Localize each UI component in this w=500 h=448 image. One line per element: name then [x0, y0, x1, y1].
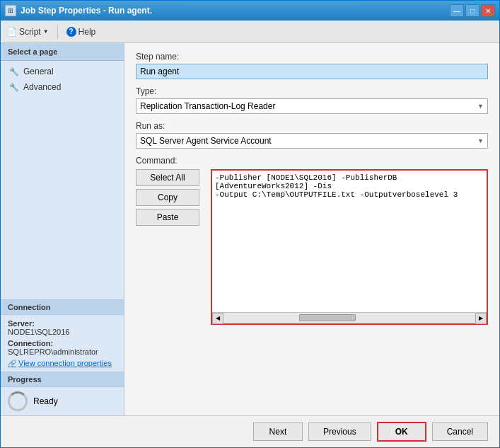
horizontal-scrollbar[interactable]: ◀ ▶ [212, 312, 487, 323]
command-text-container: ◀ ▶ [211, 169, 488, 325]
ok-button[interactable]: OK [377, 422, 426, 442]
general-icon: 🔧 [9, 67, 19, 76]
close-button[interactable]: ✕ [481, 4, 495, 17]
progress-content: Ready [1, 387, 124, 415]
run-as-select[interactable]: SQL Server Agent Service Account [136, 133, 488, 149]
scroll-thumb[interactable] [299, 314, 356, 321]
sidebar-item-advanced-label: Advanced [23, 82, 61, 92]
connection-value: SQLREPRO\administrator [8, 348, 117, 356]
command-row: Select All Copy Paste ◀ ▶ [136, 169, 488, 325]
connection-content: Server: NODE1\SQL2016 Connection: SQLREP… [1, 315, 124, 372]
run-as-label: Run as: [136, 121, 488, 131]
main-content: Select a page 🔧 General 🔧 Advanced Conne… [1, 43, 499, 415]
sidebar-item-advanced[interactable]: 🔧 Advanced [1, 79, 124, 95]
sidebar-items: 🔧 General 🔧 Advanced [1, 61, 124, 299]
command-label: Command: [136, 156, 488, 166]
command-buttons: Select All Copy Paste [136, 169, 199, 226]
script-arrow-icon: ▼ [43, 28, 49, 35]
help-icon: ? [66, 27, 76, 37]
connection-section-title: Connection [1, 299, 124, 315]
script-label: Script [19, 27, 41, 37]
progress-spinner [8, 391, 28, 411]
type-select[interactable]: Replication Transaction-Log Reader [136, 98, 488, 114]
toolbar: 📄 Script ▼ ? Help [1, 21, 499, 43]
progress-section-title: Progress [1, 372, 124, 387]
window-title: Job Step Properties - Run agent. [21, 6, 152, 16]
type-group: Type: Replication Transaction-Log Reader [136, 86, 488, 114]
command-textarea[interactable] [212, 171, 487, 312]
view-connection-properties-link[interactable]: 🔗 View connection properties [8, 359, 117, 367]
sidebar-item-general-label: General [23, 67, 54, 76]
main-window: ⊞ Job Step Properties - Run agent. — □ ✕… [0, 0, 500, 448]
next-button[interactable]: Next [253, 423, 303, 441]
scroll-right-button[interactable]: ▶ [475, 313, 487, 324]
help-label: Help [79, 27, 96, 37]
step-name-group: Step name: [136, 52, 488, 79]
copy-button[interactable]: Copy [136, 189, 199, 206]
server-value: NODE1\SQL2016 [8, 328, 117, 336]
scroll-left-button[interactable]: ◀ [212, 313, 223, 324]
footer: Next Previous OK Cancel [1, 415, 499, 447]
type-label: Type: [136, 86, 488, 96]
type-select-wrapper: Replication Transaction-Log Reader [136, 98, 488, 114]
server-label: Server: [8, 319, 117, 328]
minimize-button[interactable]: — [450, 4, 464, 17]
sidebar: Select a page 🔧 General 🔧 Advanced Conne… [1, 43, 124, 415]
command-group: Command: Select All Copy Paste ◀ [136, 156, 488, 325]
step-name-label: Step name: [136, 52, 488, 62]
maximize-button[interactable]: □ [465, 4, 479, 17]
cancel-button[interactable]: Cancel [432, 423, 488, 441]
select-all-button[interactable]: Select All [136, 169, 199, 186]
title-bar: ⊞ Job Step Properties - Run agent. — □ ✕ [1, 1, 499, 21]
view-link-text: View connection properties [18, 359, 112, 367]
title-buttons: — □ ✕ [450, 4, 495, 17]
connection-label: Connection: [8, 339, 117, 348]
advanced-icon: 🔧 [9, 83, 19, 92]
script-icon: 📄 [6, 27, 17, 37]
progress-status: Ready [33, 396, 58, 406]
select-page-label: Select a page [1, 43, 124, 61]
help-menu[interactable]: ? Help [66, 27, 96, 37]
toolbar-separator [57, 25, 58, 39]
run-as-select-wrapper: SQL Server Agent Service Account [136, 133, 488, 149]
run-as-group: Run as: SQL Server Agent Service Account [136, 121, 488, 149]
script-menu[interactable]: 📄 Script ▼ [6, 27, 49, 37]
step-name-input[interactable] [136, 64, 488, 79]
paste-button[interactable]: Paste [136, 209, 199, 226]
scroll-track[interactable] [223, 313, 475, 323]
window-icon: ⊞ [5, 5, 16, 16]
previous-button[interactable]: Previous [308, 423, 371, 441]
form-area: Step name: Type: Replication Transaction… [124, 43, 499, 415]
sidebar-item-general[interactable]: 🔧 General [1, 64, 124, 79]
link-icon: 🔗 [8, 360, 16, 367]
title-bar-left: ⊞ Job Step Properties - Run agent. [5, 5, 152, 16]
